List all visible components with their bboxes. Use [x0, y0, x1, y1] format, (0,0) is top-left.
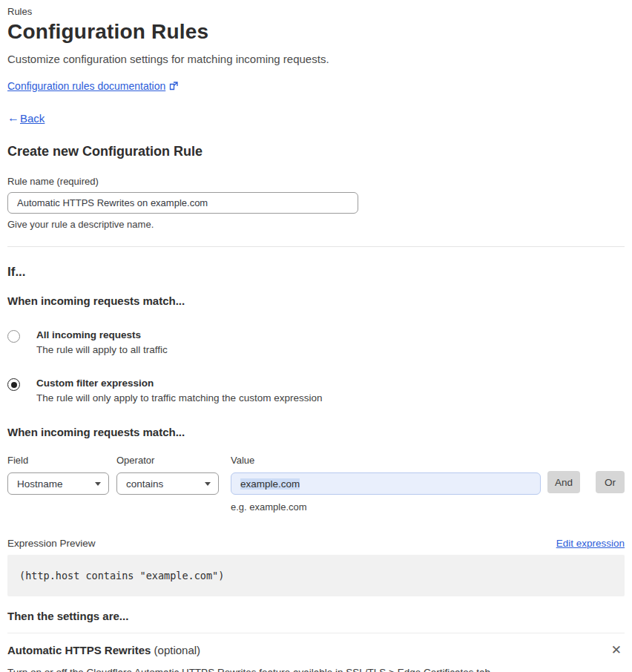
if-heading: If...	[7, 265, 625, 280]
rule-name-help: Give your rule a descriptive name.	[7, 219, 625, 230]
page-title: Configuration Rules	[7, 20, 625, 44]
create-rule-heading: Create new Configuration Rule	[7, 144, 625, 159]
field-select[interactable]: Hostname	[7, 472, 109, 495]
radio-description: The rule will apply to all traffic	[36, 344, 168, 355]
radio-custom-filter-expression[interactable]: Custom filter expression The rule will o…	[7, 378, 625, 403]
radio-description: The rule will only apply to traffic matc…	[36, 392, 322, 403]
breadcrumb: Rules	[7, 6, 625, 17]
setting-description: Turn on or off the Cloudflare Automatic …	[7, 667, 625, 672]
chevron-down-icon	[95, 482, 101, 486]
rule-name-label: Rule name (required)	[7, 176, 625, 187]
setting-divider	[7, 633, 625, 633]
field-label: Field	[7, 455, 109, 466]
operator-label: Operator	[116, 455, 219, 466]
page-subtitle: Customize configuration settings for mat…	[7, 53, 625, 65]
documentation-link[interactable]: Configuration rules documentation	[7, 80, 165, 92]
expression-builder-row: Field Hostname Operator contains Value e…	[7, 455, 625, 513]
back-link[interactable]: Back	[20, 112, 45, 125]
expression-code: (http.host contains "example.com")	[19, 570, 224, 582]
builder-heading: When incoming requests match...	[7, 426, 625, 438]
or-button[interactable]: Or	[596, 471, 625, 493]
external-link-icon	[169, 82, 178, 90]
radio-all-incoming-requests[interactable]: All incoming requests The rule will appl…	[7, 329, 625, 355]
match-heading: When incoming requests match...	[7, 294, 625, 307]
radio-label: All incoming requests	[36, 329, 168, 340]
operator-select-value: contains	[126, 478, 163, 490]
radio-label: Custom filter expression	[36, 378, 322, 389]
radio-selected-icon[interactable]	[7, 378, 20, 391]
then-settings-heading: Then the settings are...	[7, 610, 625, 622]
edit-expression-link[interactable]: Edit expression	[556, 538, 625, 549]
radio-unselected-icon[interactable]	[7, 330, 20, 343]
value-input-text: example.com	[240, 478, 300, 490]
and-button[interactable]: And	[547, 471, 580, 493]
value-label: Value	[231, 455, 541, 466]
operator-select[interactable]: contains	[116, 472, 219, 495]
section-divider	[7, 246, 625, 247]
close-icon[interactable]: ✕	[608, 642, 625, 658]
value-help-text: e.g. example.com	[231, 501, 541, 513]
expression-preview-box: (http.host contains "example.com")	[7, 555, 625, 596]
chevron-down-icon	[205, 482, 211, 486]
value-input[interactable]: example.com	[231, 472, 541, 495]
rule-name-input[interactable]	[7, 192, 358, 214]
expression-preview-label: Expression Preview	[7, 538, 96, 549]
setting-name: Automatic HTTPS Rewrites	[7, 644, 151, 656]
setting-optional-label: (optional)	[154, 644, 201, 656]
field-select-value: Hostname	[17, 478, 63, 490]
back-arrow-icon: ←	[7, 111, 19, 125]
